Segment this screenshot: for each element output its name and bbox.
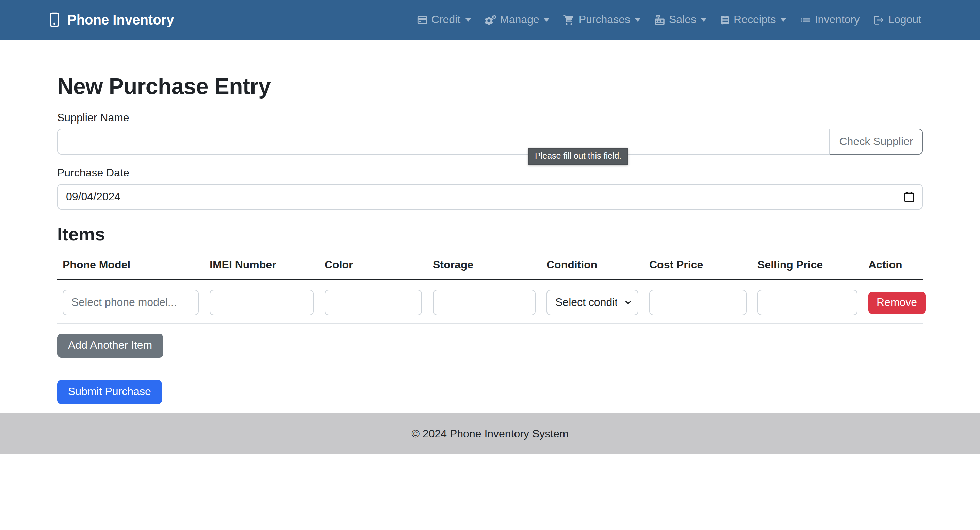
nav-label: Logout xyxy=(888,14,921,26)
caret-down-icon xyxy=(465,18,471,21)
nav-items: Credit Manage Purchases xyxy=(411,8,927,31)
remove-item-button[interactable]: Remove xyxy=(869,291,925,314)
items-table-header-row: Phone Model IMEI Number Color Storage Co… xyxy=(57,255,923,279)
caret-down-icon xyxy=(544,18,550,21)
cost-price-input[interactable] xyxy=(649,289,746,315)
shopping-cart-icon xyxy=(563,14,579,26)
caret-down-icon xyxy=(781,18,786,21)
nav-item-sales[interactable]: Sales xyxy=(649,8,712,31)
nav-label: Manage xyxy=(500,14,539,26)
item-row: Select condition Remove xyxy=(57,279,923,323)
page-title: New Purchase Entry xyxy=(57,73,923,99)
nav-item-manage[interactable]: Manage xyxy=(479,8,555,31)
brand[interactable]: Phone Inventory xyxy=(48,12,174,27)
column-header-storage: Storage xyxy=(427,255,541,279)
condition-select-value: Select condition xyxy=(555,296,617,309)
items-table: Phone Model IMEI Number Color Storage Co… xyxy=(57,255,923,324)
imei-input[interactable] xyxy=(210,289,314,315)
nav-label: Sales xyxy=(669,14,696,26)
main-content: New Purchase Entry Supplier Name Check S… xyxy=(57,73,923,404)
gears-icon xyxy=(484,14,500,26)
validation-tooltip: Please fill out this field. xyxy=(528,148,628,165)
nav-item-receipts[interactable]: Receipts xyxy=(714,8,792,31)
footer-text: © 2024 Phone Inventory System xyxy=(411,428,568,440)
column-header-color: Color xyxy=(319,255,427,279)
page: Phone Inventory Credit Manage xyxy=(0,0,980,530)
phone-icon xyxy=(48,12,61,27)
list-icon xyxy=(800,14,815,26)
purchase-date-label: Purchase Date xyxy=(57,167,923,179)
column-header-condition: Condition xyxy=(541,255,644,279)
nav-label: Receipts xyxy=(733,14,776,26)
condition-select[interactable]: Select condition xyxy=(546,289,638,315)
brand-label: Phone Inventory xyxy=(67,12,174,27)
add-item-button[interactable]: Add Another Item xyxy=(57,334,163,358)
color-input[interactable] xyxy=(325,289,422,315)
column-header-imei: IMEI Number xyxy=(204,255,319,279)
sign-out-icon xyxy=(873,14,888,26)
credit-card-icon xyxy=(417,14,431,26)
supplier-input-group: Check Supplier Please fill out this fiel… xyxy=(57,129,923,155)
nav-item-logout[interactable]: Logout xyxy=(868,8,927,31)
calendar-icon[interactable] xyxy=(903,191,915,206)
phone-model-input[interactable] xyxy=(63,289,199,315)
items-title: Items xyxy=(57,224,923,245)
storage-input[interactable] xyxy=(433,289,536,315)
submit-purchase-button[interactable]: Submit Purchase xyxy=(57,380,162,404)
caret-down-icon xyxy=(701,18,706,21)
nav-item-credit[interactable]: Credit xyxy=(411,8,476,31)
footer: © 2024 Phone Inventory System xyxy=(0,413,980,454)
selling-price-input[interactable] xyxy=(757,289,858,315)
nav-item-inventory[interactable]: Inventory xyxy=(795,8,865,31)
receipt-icon xyxy=(720,14,733,26)
column-header-cost-price: Cost Price xyxy=(644,255,752,279)
caret-down-icon xyxy=(635,18,640,21)
cash-register-icon xyxy=(654,14,669,26)
nav-label: Purchases xyxy=(579,14,630,26)
navbar: Phone Inventory Credit Manage xyxy=(0,0,980,40)
nav-label: Credit xyxy=(431,14,460,26)
check-supplier-button[interactable]: Check Supplier xyxy=(830,129,923,155)
supplier-name-label: Supplier Name xyxy=(57,112,923,124)
nav-label: Inventory xyxy=(815,14,860,26)
column-header-selling-price: Selling Price xyxy=(752,255,863,279)
column-header-phone-model: Phone Model xyxy=(57,255,204,279)
nav-item-purchases[interactable]: Purchases xyxy=(558,8,646,31)
purchase-date-field xyxy=(57,184,923,210)
purchase-date-input[interactable] xyxy=(57,184,923,210)
supplier-name-input[interactable] xyxy=(57,129,830,155)
column-header-action: Action xyxy=(863,255,923,279)
